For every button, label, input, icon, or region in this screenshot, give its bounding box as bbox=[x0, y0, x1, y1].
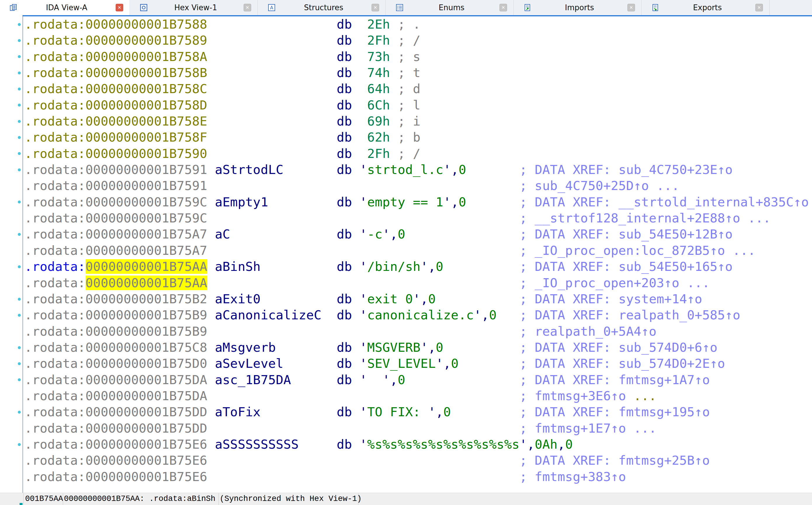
listing-line[interactable]: .rodata:00000000001B759C aEmpty1 db 'emp… bbox=[24, 194, 809, 210]
listing-line[interactable]: .rodata:00000000001B758D db 6Ch ; l bbox=[24, 97, 809, 113]
listing-line[interactable]: .rodata:00000000001B75E6 ; fmtmsg+383↑o bbox=[24, 469, 809, 485]
status-separator bbox=[63, 493, 63, 505]
listing-line[interactable]: .rodata:00000000001B7591 aStrtodLC db 's… bbox=[24, 162, 809, 178]
tab-enums[interactable]: Enums ✕ bbox=[386, 0, 514, 15]
listing-line[interactable]: .rodata:00000000001B7591 ; sub_4C750+25D… bbox=[24, 178, 809, 194]
listing-segment: db bbox=[337, 162, 352, 177]
listing-segment: .rodata: bbox=[24, 259, 86, 274]
listing-segment: .rodata:00000000001B758B bbox=[24, 65, 208, 80]
listing-segment: .rodata:00000000001B75DA bbox=[24, 388, 208, 403]
tab-structures[interactable]: A Structures ✕ bbox=[258, 0, 386, 15]
listing-segment: ; DATA XREF: fmtmsg+1A7↑o bbox=[520, 372, 710, 387]
listing-line[interactable]: .rodata:00000000001B758F db 62h ; b bbox=[24, 129, 809, 145]
listing-line[interactable]: .rodata:00000000001B7590 db 2Fh ; / bbox=[24, 146, 809, 162]
listing-line[interactable]: .rodata:00000000001B7589 db 2Fh ; / bbox=[24, 32, 809, 48]
tab-label: IDA View-A bbox=[17, 3, 116, 12]
listing-line[interactable]: .rodata:00000000001B75AA ; _IO_proc_open… bbox=[24, 275, 809, 291]
listing-line[interactable]: .rodata:00000000001B75B9 aCanonicalizeC … bbox=[24, 307, 809, 323]
status-bar: 001B75AA 00000000001B75AA: .rodata:aBinS… bbox=[0, 493, 812, 505]
listing-segment: -c bbox=[367, 227, 382, 241]
listing-line[interactable]: .rodata:00000000001B75A7 ; _IO_proc_open… bbox=[24, 242, 809, 259]
listing-segment: canonicalize.c bbox=[367, 308, 474, 322]
tab-exports[interactable]: Exports ✕ bbox=[642, 0, 770, 15]
listing-segment: 0 bbox=[436, 259, 443, 274]
listing-line[interactable]: .rodata:00000000001B75C8 aMsgverb db 'MS… bbox=[24, 339, 809, 356]
listing-line[interactable]: .rodata:00000000001B75DA ; fmtmsg+3E6↑o … bbox=[24, 388, 809, 404]
listing-segment: , bbox=[558, 437, 565, 452]
listing-segment: ; DATA XREF: fmtmsg+25B↑o bbox=[519, 453, 710, 468]
tab-hex-view-1[interactable]: Hex View-1 ✕ bbox=[130, 0, 258, 15]
listing-segment: 62h bbox=[367, 130, 390, 145]
listing-segment: ; __strtof128_internal+2E88↑o ... bbox=[519, 211, 771, 225]
listing-segment: db bbox=[337, 308, 352, 322]
listing-line[interactable]: .rodata:00000000001B75D0 aSevLevel db 'S… bbox=[24, 356, 809, 372]
close-tab-button[interactable]: ✕ bbox=[116, 4, 123, 11]
listing-segment: ; d bbox=[398, 81, 420, 96]
listing-line[interactable]: .rodata:00000000001B75E6 aSSSSSSSSSS db … bbox=[24, 437, 809, 453]
listing-segment: .rodata:00000000001B75A7 bbox=[24, 243, 208, 258]
listing-segment: db bbox=[337, 195, 352, 209]
listing-line[interactable]: .rodata:00000000001B75DA asc_1B75DA db '… bbox=[24, 372, 809, 388]
close-tab-button[interactable]: ✕ bbox=[500, 4, 507, 11]
listing-segment: ; DATA XREF: sub_4C750+23E↑o bbox=[520, 162, 733, 177]
listing-segment: .rodata:00000000001B7590 bbox=[24, 146, 208, 161]
listing-segment: /bin/sh bbox=[367, 259, 420, 274]
imports-icon bbox=[523, 3, 532, 12]
xref-marker-dot bbox=[18, 39, 21, 42]
listing-segment: 00000000001B75AA bbox=[86, 276, 208, 290]
listing-segment: 73h bbox=[367, 49, 390, 64]
close-tab-button[interactable]: ✕ bbox=[628, 4, 635, 11]
listing-segment: ; i bbox=[398, 114, 420, 129]
status-separator bbox=[358, 493, 359, 505]
listing-segment: .rodata:00000000001B75D0 bbox=[24, 356, 208, 371]
tab-imports[interactable]: Imports ✕ bbox=[514, 0, 642, 15]
listing-segment: db bbox=[337, 33, 352, 47]
listing-segment: ; realpath_0+5A4↑o bbox=[519, 324, 656, 339]
listing-segment: ; fmtmsg+383↑o bbox=[519, 469, 626, 484]
listing-line[interactable]: .rodata:00000000001B75B9 ; realpath_0+5A… bbox=[24, 323, 809, 339]
listing-line[interactable]: .rodata:00000000001B758C db 64h ; d bbox=[24, 81, 809, 97]
xref-marker-dot bbox=[18, 298, 21, 301]
xref-marker-dot bbox=[18, 200, 21, 203]
listing-line[interactable]: .rodata:00000000001B75DD aToFix db 'TO F… bbox=[24, 404, 809, 420]
listing-segment: TO FIX: bbox=[367, 404, 428, 419]
listing-segment: aMsgverb bbox=[215, 340, 276, 355]
tab-label: Enums bbox=[404, 3, 500, 12]
listing-segment: .rodata:00000000001B758F bbox=[24, 130, 208, 145]
listing-segment: ', bbox=[382, 227, 398, 241]
listing-segment: ; sub_4C750+25D↑o ... bbox=[519, 178, 679, 193]
listing-line[interactable]: .rodata:00000000001B7588 db 2Eh ; . bbox=[24, 16, 809, 32]
listing-line[interactable]: .rodata:00000000001B75E6 ; DATA XREF: fm… bbox=[24, 453, 809, 469]
tab-ida-view-a[interactable]: IDA View-A ✕ bbox=[0, 0, 130, 15]
listing-segment: db bbox=[337, 404, 352, 419]
listing-line[interactable]: .rodata:00000000001B75A7 aC db '-c',0 ; … bbox=[24, 226, 809, 242]
tab-bar: IDA View-A ✕ Hex View-1 ✕ A Structures ✕ bbox=[0, 0, 812, 15]
listing-segment: db bbox=[337, 49, 352, 64]
listing-segment: ', bbox=[474, 308, 489, 322]
status-separator bbox=[23, 493, 24, 505]
listing-segment: .rodata:00000000001B75A7 bbox=[24, 227, 208, 241]
listing-line[interactable]: .rodata:00000000001B75B2 aExit0 db 'exit… bbox=[24, 291, 809, 307]
disassembly-listing[interactable]: .rodata:00000000001B7588 db 2Eh ; ..roda… bbox=[24, 16, 809, 485]
listing-segment: ' bbox=[360, 227, 367, 241]
listing-line[interactable]: .rodata:00000000001B75DD ; fmtmsg+1E7↑o … bbox=[24, 420, 809, 437]
listing-segment: .rodata:00000000001B758E bbox=[24, 114, 208, 129]
listing-segment: .rodata:00000000001B7591 bbox=[24, 178, 208, 193]
listing-line[interactable]: .rodata:00000000001B758A db 73h ; s bbox=[24, 49, 809, 65]
listing-line[interactable]: .rodata:00000000001B759C ; __strtof128_i… bbox=[24, 210, 809, 226]
listing-segment: aSevLevel bbox=[215, 356, 284, 371]
close-tab-button[interactable]: ✕ bbox=[372, 4, 379, 11]
listing-segment: .rodata:00000000001B758C bbox=[24, 81, 208, 96]
listing-line[interactable]: .rodata:00000000001B75AA aBinSh db '/bin… bbox=[24, 259, 809, 275]
listing-line[interactable]: .rodata:00000000001B758B db 74h ; t bbox=[24, 65, 809, 81]
listing-segment: db bbox=[337, 81, 352, 96]
listing-line[interactable]: .rodata:00000000001B758E db 69h ; i bbox=[24, 113, 809, 129]
listing-segment: .rodata:00000000001B75DA bbox=[24, 372, 208, 387]
listing-segment: 0 bbox=[489, 308, 497, 322]
close-tab-button[interactable]: ✕ bbox=[244, 4, 251, 11]
close-tab-button[interactable]: ✕ bbox=[755, 4, 763, 11]
listing-segment: 64h bbox=[367, 81, 390, 96]
xref-marker-dot bbox=[18, 120, 21, 123]
listing-segment: .rodata:00000000001B75E6 bbox=[24, 437, 208, 452]
listing-segment: ' bbox=[360, 292, 367, 306]
